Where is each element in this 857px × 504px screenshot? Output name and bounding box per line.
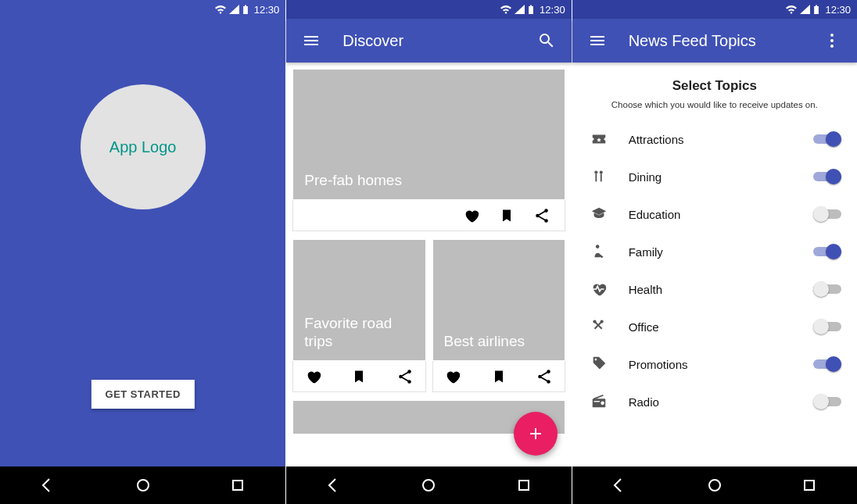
topic-switch[interactable] bbox=[813, 281, 841, 297]
bookmark-icon[interactable] bbox=[351, 368, 367, 385]
nav-home-button[interactable] bbox=[407, 466, 450, 504]
heart-icon[interactable] bbox=[305, 368, 322, 385]
topic-label: Education bbox=[629, 208, 813, 221]
topics-subtitle: Choose which you would like to receive u… bbox=[572, 100, 857, 109]
recent-icon bbox=[515, 476, 533, 495]
home-icon bbox=[419, 476, 438, 495]
education-icon bbox=[585, 206, 613, 223]
page-title: News Feed Topics bbox=[629, 32, 816, 50]
topic-row: Family bbox=[572, 233, 857, 270]
nav-recent-button[interactable] bbox=[502, 466, 546, 504]
card-large[interactable]: Pre-fab homes bbox=[292, 69, 565, 231]
fab-add-button[interactable] bbox=[514, 412, 558, 456]
status-bar: 12:30 bbox=[572, 0, 857, 19]
back-icon bbox=[610, 476, 629, 495]
android-navbar bbox=[572, 466, 857, 504]
menu-button[interactable] bbox=[582, 25, 613, 56]
card-actions bbox=[292, 200, 565, 231]
app-bar: Discover bbox=[286, 19, 571, 63]
topic-label: Radio bbox=[629, 395, 813, 409]
card-image: Best airlines bbox=[432, 239, 565, 361]
topic-label: Promotions bbox=[629, 358, 813, 371]
overflow-button[interactable] bbox=[816, 25, 848, 56]
topic-switch[interactable] bbox=[813, 319, 841, 334]
share-icon[interactable] bbox=[536, 368, 553, 385]
menu-icon bbox=[302, 31, 321, 50]
topic-switch[interactable] bbox=[813, 394, 841, 409]
topic-row: Dining bbox=[572, 158, 857, 195]
menu-button[interactable] bbox=[296, 25, 327, 56]
battery-icon bbox=[242, 4, 249, 16]
ticket-icon bbox=[585, 130, 613, 148]
nav-back-button[interactable] bbox=[26, 466, 70, 504]
app-bar: News Feed Topics bbox=[572, 19, 857, 63]
screen-topics: 12:30 News Feed Topics Select Topics Cho… bbox=[572, 0, 857, 504]
more-vert-icon bbox=[823, 31, 841, 50]
nav-back-button[interactable] bbox=[312, 466, 356, 504]
wifi-icon bbox=[500, 4, 512, 15]
status-time: 12:30 bbox=[540, 4, 565, 16]
search-button[interactable] bbox=[531, 25, 562, 56]
topics-list: AttractionsDiningEducationFamilyHealthOf… bbox=[572, 120, 857, 420]
nav-home-button[interactable] bbox=[693, 466, 737, 504]
nav-back-button[interactable] bbox=[597, 466, 641, 504]
topic-switch[interactable] bbox=[813, 169, 841, 184]
home-icon bbox=[705, 476, 724, 495]
card-small[interactable]: Favorite road trips bbox=[292, 239, 425, 392]
card-image: Favorite road trips bbox=[292, 239, 425, 361]
signal-icon bbox=[799, 4, 811, 15]
search-icon bbox=[537, 31, 556, 50]
android-navbar bbox=[286, 466, 571, 504]
signal-icon bbox=[514, 4, 525, 15]
share-icon[interactable] bbox=[533, 207, 550, 224]
promotions-icon bbox=[585, 356, 613, 373]
wifi-icon bbox=[785, 4, 798, 15]
battery-icon bbox=[527, 4, 535, 16]
status-bar: 12:30 bbox=[0, 0, 285, 19]
card-image: Pre-fab homes bbox=[292, 69, 565, 200]
recent-icon bbox=[228, 476, 247, 495]
topic-switch[interactable] bbox=[813, 244, 841, 259]
screen-splash: 12:30 App Logo GET STARTED bbox=[0, 0, 285, 504]
topic-row: Promotions bbox=[572, 345, 857, 383]
share-icon[interactable] bbox=[396, 368, 414, 385]
back-icon bbox=[325, 476, 343, 495]
nav-home-button[interactable] bbox=[121, 466, 165, 504]
health-icon bbox=[585, 281, 613, 298]
bookmark-icon[interactable] bbox=[491, 368, 507, 385]
dining-icon bbox=[585, 168, 613, 185]
topic-switch[interactable] bbox=[813, 131, 841, 147]
card-title: Pre-fab homes bbox=[304, 172, 402, 190]
topic-row: Health bbox=[572, 270, 857, 308]
android-navbar bbox=[0, 466, 285, 504]
topic-label: Attractions bbox=[629, 133, 813, 146]
topic-switch[interactable] bbox=[813, 206, 841, 222]
topic-row: Attractions bbox=[572, 120, 857, 158]
plus-icon bbox=[526, 424, 545, 443]
get-started-button[interactable]: GET STARTED bbox=[91, 380, 195, 409]
topic-switch[interactable] bbox=[813, 356, 841, 372]
status-bar: 12:30 bbox=[286, 0, 571, 19]
heart-icon[interactable] bbox=[444, 368, 461, 385]
card-actions bbox=[292, 361, 425, 392]
status-time: 12:30 bbox=[254, 4, 280, 16]
family-icon bbox=[585, 243, 613, 260]
bookmark-icon[interactable] bbox=[499, 207, 515, 224]
topic-row: Office bbox=[572, 308, 857, 345]
wifi-icon bbox=[214, 4, 227, 15]
card-small[interactable]: Best airlines bbox=[432, 239, 565, 392]
recent-icon bbox=[800, 476, 819, 495]
signal-icon bbox=[228, 4, 240, 15]
topic-row: Radio bbox=[572, 383, 857, 420]
app-logo-text: App Logo bbox=[109, 138, 177, 156]
heart-icon[interactable] bbox=[463, 207, 480, 224]
topic-row: Education bbox=[572, 195, 857, 233]
topics-body[interactable]: Select Topics Choose which you would lik… bbox=[572, 63, 857, 466]
card-actions bbox=[432, 361, 565, 392]
topics-heading: Select Topics bbox=[572, 78, 857, 94]
nav-recent-button[interactable] bbox=[787, 466, 831, 504]
discover-body[interactable]: Pre-fab homes Favorite road trips bbox=[286, 63, 571, 466]
nav-recent-button[interactable] bbox=[216, 466, 260, 504]
back-icon bbox=[38, 476, 57, 495]
app-logo: App Logo bbox=[81, 84, 206, 209]
